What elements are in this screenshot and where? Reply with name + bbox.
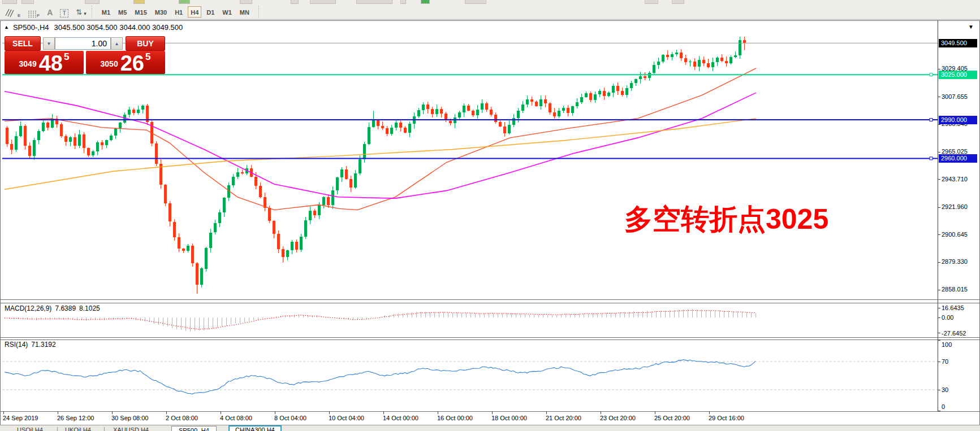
- sell-price-big: 48: [39, 55, 63, 72]
- time-axis-label: 21 Oct 20:00: [546, 415, 581, 421]
- timeframe-button-h1[interactable]: H1: [172, 6, 185, 18]
- chart-draw-lines-tool[interactable]: E: [5, 6, 20, 18]
- price-tick-label: 2879.330: [942, 258, 968, 265]
- timeframe-button-mn[interactable]: MN: [237, 6, 252, 18]
- buy-price-sup: 5: [145, 51, 150, 63]
- toolbar-separator: [92, 6, 93, 18]
- chart-tab-ukoil[interactable]: UKOil,H4: [65, 426, 91, 431]
- drawing-tools-group: E F A T ⇅ ▾: [0, 6, 87, 18]
- toolbar: E F A T ⇅ ▾ M1M5M15M30H1H4D1W1MN: [0, 4, 980, 20]
- tool-glyph: F: [37, 13, 40, 18]
- clipped-toolbar-icon: [133, 0, 145, 4]
- clipped-toolbar-icon: [2, 0, 17, 4]
- clipped-toolbar-icon: [672, 0, 684, 4]
- clipped-toolbar-row: [0, 0, 980, 4]
- sell-price-prefix: 3049: [19, 59, 37, 68]
- price-tick-label: 2858.015: [942, 286, 968, 293]
- time-axis-label: 10 Oct 04:00: [329, 415, 364, 421]
- time-axis-label: 30 Sep 08:00: [111, 415, 148, 421]
- clipped-toolbar-icon: [21, 0, 34, 4]
- macd-value-1: 7.6389: [55, 304, 76, 312]
- chart-tab-sp500-[interactable]: SP500-,H4: [171, 426, 217, 431]
- rsi-tick-label: 100: [942, 341, 952, 348]
- buy-quote-button[interactable]: 3050265: [86, 51, 165, 74]
- arrows-tool[interactable]: ⇅ ▾: [76, 6, 86, 18]
- tab-separator: |: [57, 426, 58, 431]
- text-tool[interactable]: T: [60, 6, 68, 18]
- macd-tick-label: -27.6452: [942, 330, 966, 337]
- timeframe-button-d1[interactable]: D1: [204, 6, 217, 18]
- buy-button[interactable]: BUY: [126, 36, 165, 51]
- clipped-toolbar-icon: [179, 0, 190, 4]
- buy-price-prefix: 3050: [101, 59, 118, 68]
- sell-price-sup: 5: [64, 51, 69, 63]
- time-axis-label: 14 Oct 00:00: [383, 415, 418, 421]
- time-axis-label: 8 Oct 04:00: [274, 415, 306, 421]
- macd-indicator-label: MACD(12,26,9)7.63898.1025: [5, 304, 103, 312]
- clipped-toolbar-icon: [421, 0, 430, 4]
- timeframe-button-m30[interactable]: M30: [152, 6, 170, 18]
- hline-price-badge: 3025.000: [939, 71, 977, 79]
- price-tick-label: 3007.655: [942, 93, 968, 100]
- chevron-down-icon: ▾: [84, 11, 87, 16]
- rsi-tick-label: 70: [942, 358, 948, 365]
- price-tick-label: 2943.710: [942, 176, 968, 182]
- text-label-tool[interactable]: A: [47, 6, 53, 18]
- chart-ohlc-header: ▲SP500-,H43045.500 3054.500 3044.000 304…: [4, 23, 183, 32]
- fibonacci-tool[interactable]: F: [28, 6, 40, 18]
- chart-shift-marker-icon: ▼: [968, 24, 974, 30]
- timeframe-button-w1[interactable]: W1: [219, 6, 235, 18]
- timeframe-button-m15[interactable]: M15: [132, 6, 149, 18]
- timeframe-button-h4[interactable]: H4: [188, 6, 201, 18]
- dot-grid-icon: [28, 10, 36, 18]
- rsi-indicator-label: RSI(14)71.3192: [5, 341, 59, 349]
- volume-increment-button[interactable]: ▲: [111, 37, 123, 50]
- time-axis-label: 16 Oct 00:00: [437, 415, 473, 421]
- clipped-toolbar-icon: [291, 0, 299, 4]
- boxed-t-icon: T: [60, 9, 68, 18]
- toolbar-separator: [258, 6, 260, 18]
- price-tick-label: 2921.960: [942, 203, 968, 210]
- down-arrow-icon: ▼: [47, 41, 51, 46]
- sell-button[interactable]: SELL: [5, 36, 41, 51]
- time-axis-label: 23 Oct 20:00: [600, 415, 636, 421]
- volume-decrement-button[interactable]: ▼: [43, 37, 55, 50]
- timeframe-button-m5[interactable]: M5: [115, 6, 129, 18]
- arrows-icon: ⇅: [76, 7, 82, 18]
- volume-input[interactable]: [55, 37, 111, 50]
- rsi-value: 71.3192: [31, 341, 55, 349]
- rsi-name: RSI(14): [5, 341, 28, 349]
- chart-tab-china300[interactable]: CHINA300,H4: [228, 425, 282, 431]
- sell-quote-button[interactable]: 3049485: [5, 51, 84, 74]
- clipped-toolbar-icon: [645, 0, 658, 4]
- tab-separator: |: [103, 426, 105, 431]
- macd-tick-label: 16.6435: [942, 304, 964, 311]
- time-axis-label: 2 Oct 08:00: [166, 415, 198, 421]
- clipped-toolbar-icon: [400, 0, 406, 4]
- clipped-toolbar-icon: [356, 0, 392, 4]
- last-price-badge: 3049.500: [939, 39, 977, 47]
- timeframe-button-m1[interactable]: M1: [99, 6, 113, 18]
- clipped-toolbar-icon: [465, 0, 486, 4]
- time-axis-label: 26 Sep 12:00: [57, 415, 94, 421]
- ohlc-values: 3045.500 3054.500 3044.000 3049.500: [54, 23, 183, 32]
- one-click-trading-panel: SELL ▼ ▲ BUY 3049485 3050265: [5, 33, 165, 75]
- macd-name: MACD(12,26,9): [5, 304, 51, 312]
- price-tick-label: 2900.645: [942, 231, 968, 238]
- mt4-chart-window: E F A T ⇅ ▾ M1M5M15M30H1H4D1W1MN ▲SP500-…: [0, 0, 980, 431]
- chart-tab-usoil[interactable]: USOil,H4: [17, 426, 43, 431]
- clipped-toolbar-icon: [310, 0, 336, 4]
- chart-tab-xauusd[interactable]: XAUUSD,H4: [113, 426, 149, 431]
- chart-text-annotation: 多空转折点3025: [624, 204, 828, 234]
- up-arrow-icon: ▲: [115, 41, 119, 46]
- timeframe-buttons: M1M5M15M30H1H4D1W1MN: [98, 6, 253, 18]
- macd-tick-label: 0.00: [942, 314, 953, 321]
- time-axis-label: 24 Sep 2019: [3, 415, 38, 421]
- symbol-period-label: SP500-,H4: [13, 23, 49, 32]
- clipped-toolbar-icon: [85, 0, 100, 4]
- time-axis-label: 25 Oct 20:00: [654, 415, 690, 421]
- rsi-tick-label: 0: [942, 403, 945, 410]
- time-axis-label: 18 Oct 00:00: [491, 415, 527, 421]
- letter-a-icon: A: [47, 7, 53, 18]
- one-click-collapse-icon[interactable]: ▲: [4, 24, 9, 30]
